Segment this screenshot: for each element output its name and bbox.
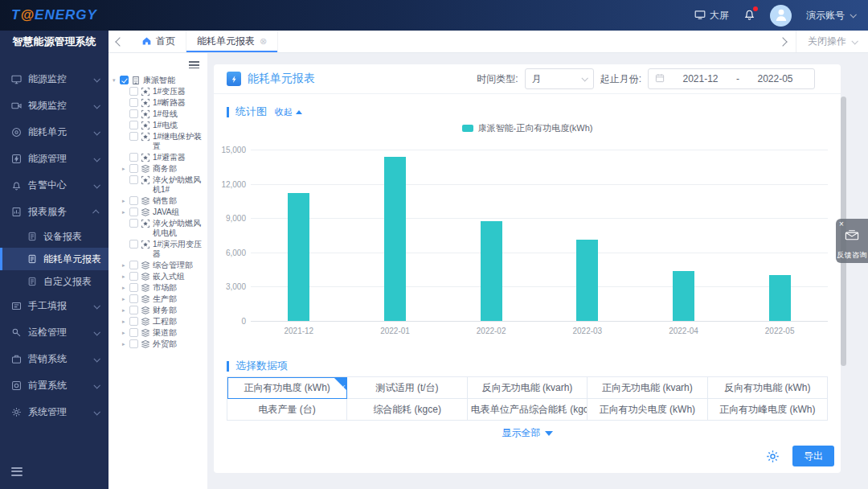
tree-caret-icon[interactable]: ▸ (122, 272, 129, 281)
sidebar-item-0[interactable]: 能源监控 (0, 66, 108, 92)
tree-node[interactable]: 1#变压器 (122, 87, 206, 97)
data-item-cell-0-0[interactable]: 正向有功电度 (kWh)✓ (227, 377, 347, 399)
tree-node[interactable]: ▸工程部 (122, 317, 206, 327)
tree-collapse-button[interactable] (189, 60, 199, 71)
tree-caret-icon[interactable]: ▸ (122, 328, 129, 338)
range-start-value[interactable]: 2021-12 (668, 73, 733, 84)
month-range-picker[interactable]: 2021-12 - 2022-05 (648, 68, 815, 89)
close-icon[interactable] (260, 37, 267, 46)
sidebar-item-10[interactable]: 系统管理 (0, 399, 108, 425)
tree-checkbox[interactable] (129, 208, 138, 216)
feedback-widget[interactable]: 反馈咨询 (836, 219, 868, 263)
tree-checkbox[interactable] (129, 294, 138, 303)
tree-checkbox[interactable] (129, 109, 138, 118)
sidebar-subitem-5-0[interactable]: 设备报表 (0, 225, 108, 248)
tree-caret-icon[interactable]: ▸ (122, 294, 129, 304)
tab-home[interactable]: 首页 (131, 31, 186, 52)
tree-checkbox[interactable] (129, 196, 138, 205)
tree-checkbox[interactable] (129, 164, 138, 173)
tree-node[interactable]: ▸销售部 (122, 196, 206, 206)
show-all-link[interactable]: 显示全部 (214, 426, 841, 440)
tree-node[interactable]: ▸商务部 (122, 164, 206, 174)
data-item-cell-1-4[interactable]: 正向有功峰电度 (kWh) (708, 399, 828, 421)
tree-node[interactable]: ▾康派智能 (113, 76, 206, 85)
tree-checkbox[interactable] (129, 317, 138, 326)
tree-node[interactable]: 1#母线 (122, 109, 206, 119)
tree-caret-icon[interactable]: ▸ (122, 261, 129, 270)
tree-checkbox[interactable] (129, 328, 138, 337)
time-type-select[interactable]: 月 (525, 68, 594, 89)
sidebar-item-8[interactable]: 营销系统 (0, 346, 108, 372)
data-item-cell-0-3[interactable]: 正向无功电能 (kvarh) (588, 377, 707, 399)
close-operations-dropdown[interactable]: 关闭操作 (796, 31, 868, 52)
tree-caret-icon[interactable]: ▸ (122, 339, 129, 349)
sidebar-item-4[interactable]: 告警中心 (0, 172, 108, 199)
sidebar-item-5[interactable]: 报表服务 (0, 199, 108, 225)
tree-checkbox[interactable] (129, 283, 138, 292)
tree-node[interactable]: 1#电缆 (122, 121, 206, 130)
tree-caret-icon[interactable]: ▸ (122, 196, 129, 206)
tab-energy-unit-report[interactable]: 能耗单元报表 (186, 31, 278, 52)
data-item-cell-0-2[interactable]: 反向无功电能 (kvarh) (468, 377, 588, 399)
data-item-cell-1-3[interactable]: 正向有功尖电度 (kWh) (588, 399, 707, 421)
nav-forward-button[interactable] (770, 36, 796, 47)
tree-checkbox[interactable] (129, 153, 138, 162)
tree-caret-icon[interactable]: ▸ (122, 283, 129, 293)
sidebar-item-7[interactable]: 运检管理 (0, 319, 108, 346)
tree-node[interactable]: 1#避雷器 (122, 153, 206, 162)
tree-checkbox[interactable] (129, 261, 138, 269)
tree-node[interactable]: 淬火炉助燃风机电机 (122, 219, 206, 238)
tree-node[interactable]: 1#继电保护装置 (122, 132, 206, 151)
tree-checkbox[interactable] (129, 121, 138, 129)
tree-checkbox[interactable] (129, 132, 138, 141)
sidebar-subitem-5-1[interactable]: 能耗单元报表 (0, 248, 108, 270)
tree-node[interactable]: 1#演示用变压器 (122, 240, 206, 259)
sidebar-item-6[interactable]: 手工填报 (0, 293, 108, 319)
sidebar-item-2[interactable]: 能耗单元 (0, 119, 108, 146)
sidebar-collapse-button[interactable] (11, 465, 23, 478)
collapse-chart-link[interactable]: 收起 (275, 106, 302, 118)
tree-checkbox[interactable] (129, 339, 138, 348)
tree-node[interactable]: ▸综合管理部 (122, 261, 206, 270)
export-button[interactable]: 导出 (792, 446, 834, 466)
tree-node[interactable]: 1#断路器 (122, 98, 206, 108)
tree-checkbox[interactable] (129, 98, 138, 107)
tree-caret-icon[interactable]: ▸ (122, 164, 129, 174)
tree-checkbox[interactable] (120, 76, 129, 84)
tree-node[interactable]: ▸嵌入式组 (122, 272, 206, 281)
sidebar-item-3[interactable]: 能源管理 (0, 146, 108, 172)
big-screen-button[interactable]: 大屏 (694, 9, 729, 23)
tree-checkbox[interactable] (129, 272, 138, 281)
range-end-value[interactable]: 2022-05 (743, 73, 808, 84)
tree-checkbox[interactable] (129, 219, 138, 228)
tree-node[interactable]: 淬火炉助燃风机1# (122, 175, 206, 195)
settings-gear-button[interactable] (766, 450, 780, 463)
tree-node[interactable]: ▸财务部 (122, 306, 206, 315)
sidebar-subitem-5-2[interactable]: 自定义报表 (0, 270, 108, 293)
nav-back-button[interactable] (108, 36, 131, 47)
tree-caret-icon[interactable]: ▸ (122, 306, 129, 315)
tree-caret-icon[interactable]: ▸ (122, 317, 129, 327)
data-item-cell-0-1[interactable]: 测试适用 (t/台) (347, 377, 467, 399)
data-item-cell-0-4[interactable]: 反向有功电能 (kWh) (708, 377, 828, 399)
tree-node[interactable]: ▸生产部 (122, 294, 206, 304)
close-icon[interactable] (839, 220, 844, 228)
sidebar-item-9[interactable]: 前置系统 (0, 372, 108, 399)
sidebar-item-1[interactable]: 视频监控 (0, 92, 108, 119)
tree-caret-icon[interactable]: ▾ (113, 76, 120, 85)
account-menu[interactable]: 演示账号 (806, 9, 855, 23)
avatar[interactable] (770, 5, 792, 27)
data-item-cell-1-0[interactable]: 电表产量 (台) (227, 399, 347, 421)
tree-node[interactable]: ▸渠道部 (122, 328, 206, 338)
tree-node[interactable]: ▸市场部 (122, 283, 206, 293)
tree-checkbox[interactable] (129, 175, 138, 184)
tree-checkbox[interactable] (129, 240, 138, 249)
data-item-cell-1-1[interactable]: 综合能耗 (kgce) (347, 399, 467, 421)
notification-bell-button[interactable] (743, 8, 755, 23)
tree-node[interactable]: ▸JAVA组 (122, 208, 206, 217)
tree-node[interactable]: ▸外贸部 (122, 339, 206, 349)
tree-checkbox[interactable] (129, 87, 138, 96)
tree-checkbox[interactable] (129, 306, 138, 314)
data-item-cell-1-2[interactable]: 电表单位产品综合能耗 (kgce/... (468, 399, 588, 421)
tree-caret-icon[interactable]: ▸ (122, 208, 129, 217)
